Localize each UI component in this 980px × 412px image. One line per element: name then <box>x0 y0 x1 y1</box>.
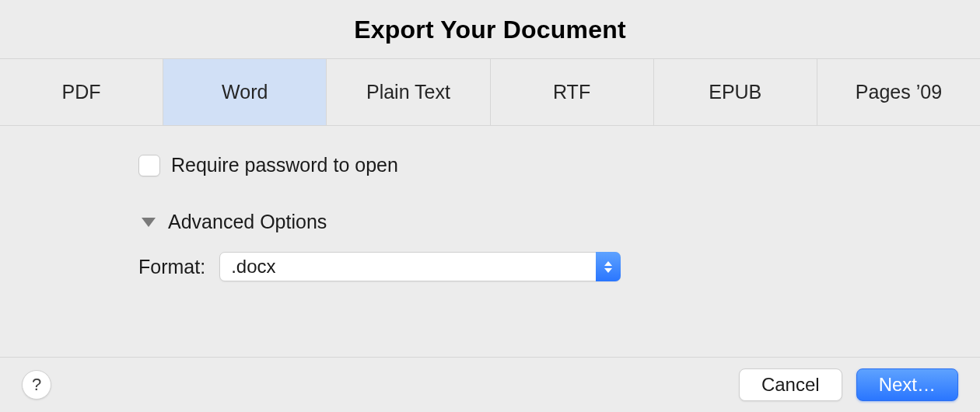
dialog-footer: ? Cancel Next… <box>0 357 980 412</box>
format-label: Format: <box>138 256 205 278</box>
help-button[interactable]: ? <box>22 370 51 400</box>
select-stepper-icon <box>596 252 621 281</box>
dialog-title: Export Your Document <box>0 16 980 44</box>
disclosure-triangle-icon <box>142 218 156 227</box>
cancel-button[interactable]: Cancel <box>739 368 842 401</box>
format-select[interactable]: .docx <box>219 252 621 281</box>
tab-plain-text[interactable]: Plain Text <box>327 59 490 125</box>
export-dialog: Export Your Document PDF Word Plain Text… <box>0 0 980 412</box>
format-row: Format: .docx <box>138 252 980 281</box>
require-password-checkbox[interactable] <box>138 155 160 176</box>
tab-pdf[interactable]: PDF <box>0 59 163 125</box>
format-select-value: .docx <box>219 252 621 281</box>
format-tabs: PDF Word Plain Text RTF EPUB Pages ’09 <box>0 58 980 126</box>
require-password-row: Require password to open <box>138 154 980 176</box>
tab-epub[interactable]: EPUB <box>654 59 817 125</box>
dialog-header: Export Your Document <box>0 0 980 58</box>
tab-word[interactable]: Word <box>163 59 327 125</box>
advanced-options-label: Advanced Options <box>168 211 327 233</box>
next-button[interactable]: Next… <box>856 368 958 401</box>
require-password-label: Require password to open <box>171 154 398 176</box>
dialog-content: Require password to open Advanced Option… <box>0 126 980 357</box>
tab-pages09[interactable]: Pages ’09 <box>817 59 980 125</box>
advanced-options-toggle[interactable]: Advanced Options <box>138 211 980 233</box>
tab-rtf[interactable]: RTF <box>491 59 654 125</box>
